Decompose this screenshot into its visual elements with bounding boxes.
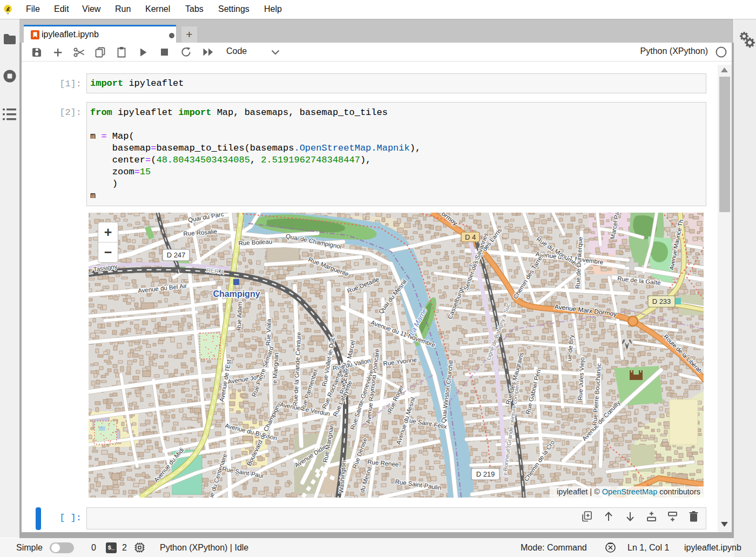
svg-text:−: − <box>104 244 112 260</box>
svg-text:Rue Adam: Rue Adam <box>235 302 243 331</box>
svg-text:Champigny: Champigny <box>213 289 260 298</box>
svg-text:ipyleaflet | © OpenStreetMap c: ipyleaflet | © OpenStreetMap contributor… <box>557 487 700 496</box>
svg-text:+: + <box>104 225 112 240</box>
svg-text:D 4: D 4 <box>465 233 476 241</box>
svg-text:D 233: D 233 <box>652 297 671 305</box>
svg-text:Rue Viala: Rue Viala <box>265 318 272 346</box>
svg-text:D 247: D 247 <box>167 251 186 259</box>
svg-text:D 219: D 219 <box>476 470 495 478</box>
